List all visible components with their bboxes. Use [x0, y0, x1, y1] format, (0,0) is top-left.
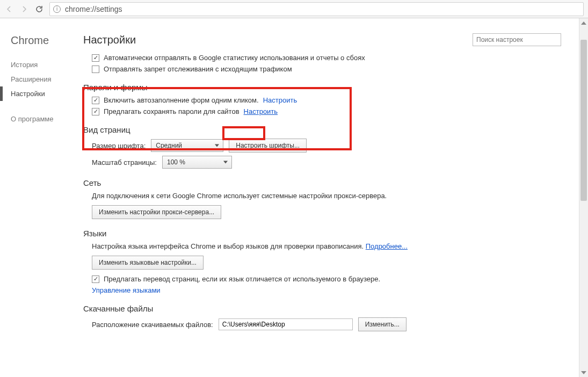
page-title: Настройки [83, 34, 473, 46]
autofill-checkbox[interactable] [92, 97, 99, 104]
save-passwords-configure-link[interactable]: Настроить [244, 107, 278, 115]
sidebar-item-about[interactable]: О программе [0, 112, 83, 126]
languages-learn-more-link[interactable]: Подробнее... [366, 242, 408, 250]
save-passwords-checkbox[interactable] [92, 108, 99, 115]
font-size-label: Размер шрифта: [92, 142, 146, 150]
send-stats-checkbox[interactable] [92, 54, 99, 62]
network-section-title: Сеть [83, 178, 583, 187]
languages-desc-text: Настройка языка интерфейса Chrome и выбо… [92, 242, 364, 250]
sidebar-item-settings[interactable]: Настройки [0, 86, 83, 101]
do-not-track-row: Отправлять запрет отслеживания с исходящ… [92, 65, 583, 73]
font-size-select[interactable]: Средний [151, 139, 223, 152]
send-stats-label: Автоматически отправлять в Google статис… [104, 54, 365, 62]
sidebar-item-extensions[interactable]: Расширения [0, 72, 83, 86]
proxy-settings-button[interactable]: Изменить настройки прокси-сервера... [92, 205, 221, 219]
site-info-icon[interactable]: i [53, 5, 61, 13]
manage-languages-link[interactable]: Управление языками [92, 286, 161, 294]
scroll-down-button[interactable] [579, 368, 588, 377]
save-passwords-row: Предлагать сохранять пароли для сайтов Н… [92, 107, 583, 115]
download-location-input[interactable] [219, 318, 353, 330]
change-language-settings-button[interactable]: Изменить языковые настройки... [92, 256, 204, 270]
downloads-section-title: Скачанные файлы [83, 304, 583, 313]
brand-title: Chrome [0, 34, 83, 57]
translate-offer-label: Предлагать перевод страниц, если их язык… [104, 275, 380, 283]
back-button[interactable] [4, 4, 14, 14]
autofill-configure-link[interactable]: Настроить [263, 96, 297, 104]
do-not-track-checkbox[interactable] [92, 66, 99, 73]
browser-toolbar: i [0, 0, 588, 18]
change-download-location-button[interactable]: Изменить... [358, 317, 406, 331]
scrollbar[interactable] [579, 18, 588, 377]
sidebar: Chrome История Расширения Настройки О пр… [0, 18, 83, 377]
search-settings-input[interactable] [473, 33, 561, 46]
main-panel: Настройки Автоматически отправлять в Goo… [83, 18, 588, 377]
sidebar-item-history[interactable]: История [0, 57, 83, 72]
send-stats-row: Автоматически отправлять в Google статис… [92, 54, 583, 62]
url-input[interactable] [64, 4, 580, 14]
content-area: Chrome История Расширения Настройки О пр… [0, 18, 588, 377]
configure-fonts-button[interactable]: Настроить шрифты... [229, 139, 307, 153]
languages-section-title: Языки [83, 229, 583, 238]
scroll-thumb[interactable] [580, 40, 587, 201]
passwords-section-title: Пароли и формы [83, 83, 583, 92]
save-passwords-label: Предлагать сохранять пароли для сайтов [104, 107, 239, 115]
do-not-track-label: Отправлять запрет отслеживания с исходящ… [104, 65, 292, 73]
page-zoom-label: Масштаб страницы: [92, 158, 157, 166]
languages-desc: Настройка языка интерфейса Chrome и выбо… [92, 242, 583, 250]
reload-button[interactable] [34, 4, 44, 14]
autofill-row: Включить автозаполнение форм одним клико… [92, 96, 583, 104]
translate-offer-row: Предлагать перевод страниц, если их язык… [92, 275, 583, 283]
address-bar[interactable]: i [49, 2, 584, 16]
autofill-label: Включить автозаполнение форм одним клико… [104, 96, 259, 104]
translate-offer-checkbox[interactable] [92, 276, 99, 283]
forward-button[interactable] [19, 4, 29, 14]
download-location-label: Расположение скачиваемых файлов: [92, 321, 213, 329]
view-section-title: Вид страниц [83, 125, 583, 134]
scroll-up-button[interactable] [579, 18, 588, 27]
network-desc: Для подключения к сети Google Chrome исп… [92, 192, 583, 200]
page-zoom-select[interactable]: 100 % [162, 156, 232, 169]
